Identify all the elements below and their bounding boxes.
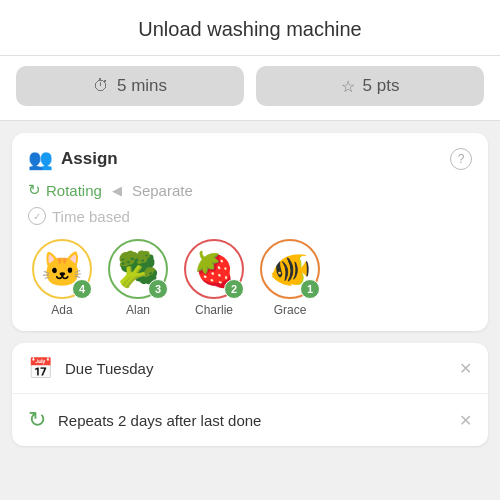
assign-header: 👥 Assign ? [28,147,472,171]
avatars-row: 🐱 4 Ada 🥦 3 Alan 🍓 2 Charlie [28,239,472,317]
avatar-badge-alan: 3 [148,279,168,299]
time-based-row: ✓ Time based [28,207,472,225]
avatar-circle-alan: 🥦 3 [108,239,168,299]
page: Unload washing machine ⏱ 5 mins ☆ 5 pts … [0,0,500,500]
avatar-circle-charlie: 🍓 2 [184,239,244,299]
separate-button[interactable]: Separate [132,182,193,199]
assign-title-row: 👥 Assign [28,147,118,171]
avatar-ada[interactable]: 🐱 4 Ada [32,239,92,317]
rotating-label: Rotating [46,182,102,199]
options-row: ↻ Rotating ◀ Separate [28,181,472,199]
assign-card: 👥 Assign ? ↻ Rotating ◀ Separate ✓ Time … [12,133,488,331]
bottom-card: 📅 Due Tuesday ✕ ↻ Repeats 2 days after l… [12,343,488,446]
assign-title: Assign [61,149,118,169]
avatar-name-grace: Grace [274,303,307,317]
avatar-circle-grace: 🐠 1 [260,239,320,299]
time-based-check[interactable]: ✓ [28,207,46,225]
assign-people-icon: 👥 [28,147,53,171]
points-badge[interactable]: ☆ 5 pts [256,66,484,106]
points-label: 5 pts [363,76,400,96]
avatar-charlie[interactable]: 🍓 2 Charlie [184,239,244,317]
avatar-grace[interactable]: 🐠 1 Grace [260,239,320,317]
star-icon: ☆ [341,77,355,96]
page-title: Unload washing machine [138,18,361,40]
title-section: Unload washing machine [0,0,500,56]
due-text: Due Tuesday [65,360,459,377]
repeats-close-button[interactable]: ✕ [459,411,472,430]
avatar-name-alan: Alan [126,303,150,317]
separator-arrow: ◀ [112,183,122,198]
help-button[interactable]: ? [450,148,472,170]
repeat-icon: ↻ [28,407,46,433]
avatar-alan[interactable]: 🥦 3 Alan [108,239,168,317]
avatar-name-charlie: Charlie [195,303,233,317]
check-icon: ✓ [33,211,41,222]
stats-row: ⏱ 5 mins ☆ 5 pts [0,56,500,121]
repeats-row: ↻ Repeats 2 days after last done ✕ [12,394,488,446]
repeats-text: Repeats 2 days after last done [58,412,459,429]
time-label: 5 mins [117,76,167,96]
avatar-name-ada: Ada [51,303,72,317]
rotating-button[interactable]: ↻ Rotating [28,181,102,199]
calendar-icon: 📅 [28,356,53,380]
time-based-label: Time based [52,208,130,225]
rotate-icon: ↻ [28,181,41,199]
time-badge[interactable]: ⏱ 5 mins [16,66,244,106]
avatar-badge-charlie: 2 [224,279,244,299]
avatar-circle-ada: 🐱 4 [32,239,92,299]
separate-label: Separate [132,182,193,199]
timer-icon: ⏱ [93,77,109,95]
avatar-badge-grace: 1 [300,279,320,299]
help-icon-label: ? [458,152,465,166]
avatar-badge-ada: 4 [72,279,92,299]
due-close-button[interactable]: ✕ [459,359,472,378]
due-row: 📅 Due Tuesday ✕ [12,343,488,394]
